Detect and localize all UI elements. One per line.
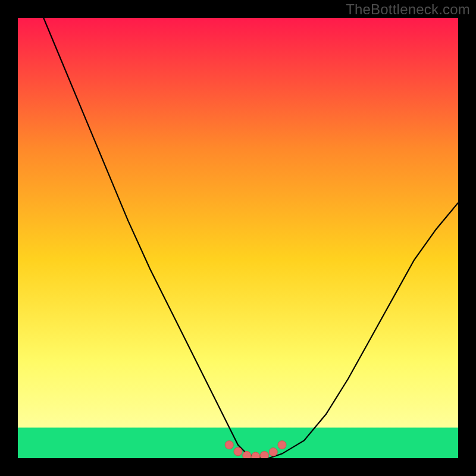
chart-frame: TheBottleneck.com: [0, 0, 476, 476]
plot-area: [18, 18, 458, 458]
marker-point: [234, 447, 242, 456]
watermark-text: TheBottleneck.com: [346, 1, 470, 18]
gradient-background: [18, 18, 458, 458]
marker-point: [252, 452, 260, 458]
marker-point: [225, 441, 233, 449]
marker-point: [260, 452, 268, 458]
marker-point: [243, 452, 251, 458]
marker-point: [278, 441, 286, 449]
bottleneck-chart: [18, 18, 458, 458]
marker-point: [269, 448, 277, 456]
